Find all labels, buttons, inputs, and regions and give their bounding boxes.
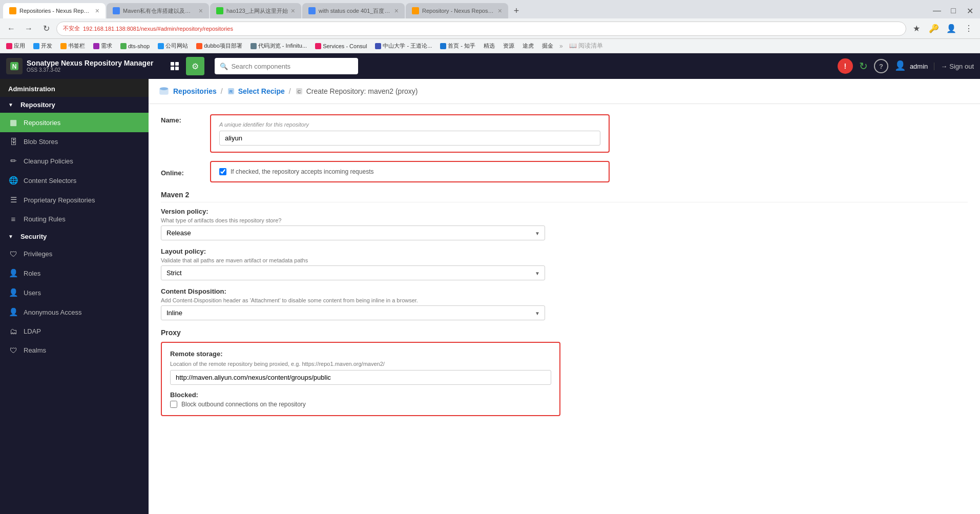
sidebar-item-cleanup-policies[interactable]: ✏ Cleanup Policies xyxy=(0,151,149,171)
new-tab-button[interactable]: + xyxy=(509,4,524,18)
layout-policy-group: Layout policy: Validate that all paths a… xyxy=(161,248,968,280)
bookmark-company[interactable]: 公司网站 xyxy=(156,41,190,51)
remote-storage-label: Remote storage: xyxy=(170,350,551,358)
maximize-button[interactable]: □ xyxy=(946,4,961,18)
breadcrumb-repositories-link[interactable]: Repositories xyxy=(173,87,217,95)
tab-401[interactable]: with status code 401_百度搜索 × xyxy=(302,3,405,18)
extensions-button[interactable]: 🔑 xyxy=(927,22,941,36)
remote-storage-input[interactable] xyxy=(170,370,551,385)
forward-button[interactable]: → xyxy=(22,22,36,36)
tab-repo2[interactable]: Repository - Nexus Repository... × xyxy=(406,3,508,18)
bookmark-tuhu[interactable]: 途虎 xyxy=(520,41,536,51)
sidebar: Administration ▼ Repository ▦ Repositori… xyxy=(0,79,149,514)
tab-close-5[interactable]: × xyxy=(498,7,502,15)
bookmark-juejin[interactable]: 掘金 xyxy=(540,41,555,51)
refresh-button[interactable]: ↻ xyxy=(859,60,868,72)
sidebar-item-repositories[interactable]: ▦ Repositories xyxy=(0,113,149,132)
tab-close-3[interactable]: × xyxy=(291,7,295,15)
sidebar-item-proprietary-repos[interactable]: ☰ Proprietary Repositories xyxy=(0,190,149,210)
menu-button[interactable]: ⋮ xyxy=(962,22,976,36)
breadcrumb-sep-2: / xyxy=(289,87,291,95)
bookmark-code[interactable]: 代码浏览 - Infinitu... xyxy=(248,41,309,51)
bookmark-dev-label: 开发 xyxy=(41,42,52,50)
bookmark-code-icon xyxy=(251,43,257,49)
security-icon: 不安全 xyxy=(63,25,80,32)
profile-button[interactable]: 👤 xyxy=(944,22,958,36)
bookmark-consul[interactable]: Services - Consul xyxy=(313,42,369,50)
bookmark-bookmarks-label: 书签栏 xyxy=(68,42,85,50)
tab-title-3: hao123_上网从这里开始 xyxy=(226,7,288,15)
minimize-button[interactable]: — xyxy=(930,4,944,18)
bookmark-dts[interactable]: dts-shop xyxy=(118,42,152,50)
close-window-button[interactable]: ✕ xyxy=(963,4,977,18)
bookmark-star-button[interactable]: ★ xyxy=(909,22,924,36)
bookmark-zhihu-icon xyxy=(440,43,446,49)
browse-button[interactable] xyxy=(165,57,184,75)
online-label: Online: xyxy=(161,167,202,177)
tab-close-2[interactable]: × xyxy=(199,7,203,15)
signout-button[interactable]: → Sign out xyxy=(934,63,974,70)
top-right: ! ↻ ? 👤 admin → Sign out xyxy=(838,58,974,74)
tab-hao123[interactable]: hao123_上网从这里开始 × xyxy=(210,3,301,18)
name-input[interactable] xyxy=(219,131,600,146)
sidebar-icon-cleanup: ✏ xyxy=(8,156,18,166)
tab-close-1[interactable]: × xyxy=(95,7,99,15)
layout-policy-select[interactable]: Strict Permissive xyxy=(161,265,545,280)
content-disposition-select[interactable]: Inline Attachment xyxy=(161,305,545,320)
tab-repositories[interactable]: Repositories - Nexus Reposito... × xyxy=(3,3,106,18)
sidebar-section-repository[interactable]: ▼ Repository xyxy=(0,97,149,113)
bookmark-dev[interactable]: 开发 xyxy=(31,41,54,51)
bookmarks-more[interactable]: » xyxy=(559,43,563,50)
bookmark-needs[interactable]: 需求 xyxy=(91,41,114,51)
version-policy-select[interactable]: Release Snapshot Mixed xyxy=(161,225,545,240)
bookmarks-reader[interactable]: 📖 阅读清单 xyxy=(569,42,603,50)
sidebar-item-anonymous-access[interactable]: 👤 Anonymous Access xyxy=(0,302,149,322)
tab-title-2: Maven私有仓库搭建以及使用 -... xyxy=(123,7,196,15)
notification-button[interactable]: ! xyxy=(838,58,853,74)
breadcrumb-recipe-icon: R xyxy=(227,87,235,95)
back-button[interactable]: ← xyxy=(4,22,18,36)
sidebar-icon-ldap: 🗂 xyxy=(8,327,18,336)
online-box: If checked, the repository accepts incom… xyxy=(210,161,610,182)
version-policy-label: Version policy: xyxy=(161,208,968,215)
reload-button[interactable]: ↻ xyxy=(39,22,53,36)
breadcrumb-repo-icon xyxy=(159,86,169,96)
sidebar-item-privileges[interactable]: 🛡 Privileges xyxy=(0,244,149,263)
search-input[interactable] xyxy=(231,63,353,70)
bookmark-dev-icon xyxy=(33,43,39,49)
help-button[interactable]: ? xyxy=(874,59,888,73)
user-area[interactable]: 👤 admin xyxy=(894,60,928,72)
sidebar-item-blob-stores[interactable]: 🗄 Blob Stores xyxy=(0,132,149,151)
sidebar-label-anonymous: Anonymous Access xyxy=(24,309,81,316)
bookmark-featured[interactable]: 精选 xyxy=(482,41,497,51)
bookmark-dubbo[interactable]: dubbo项目部署 xyxy=(194,41,244,51)
bookmark-zhongshan[interactable]: 中山大学 - 王道论... xyxy=(373,41,434,51)
bookmark-zhihu[interactable]: 首页 - 知乎 xyxy=(438,41,477,51)
bookmark-bookmarks[interactable]: 书签栏 xyxy=(58,41,87,51)
tab-maven[interactable]: Maven私有仓库搭建以及使用 -... × xyxy=(107,3,209,18)
bookmark-company-icon xyxy=(158,43,164,49)
bookmark-apps[interactable]: 应用 xyxy=(4,41,27,51)
sidebar-section-security-label: Security xyxy=(20,233,47,240)
tab-title-1: Repositories - Nexus Reposito... xyxy=(19,8,92,14)
sidebar-item-routing-rules[interactable]: ≡ Routing Rules xyxy=(0,210,149,229)
logo-text: Sonatype Nexus Repository Manager OSS 3.… xyxy=(27,59,153,74)
admin-button[interactable]: ⚙ xyxy=(186,57,204,75)
breadcrumb-select-recipe-link[interactable]: Select Recipe xyxy=(238,87,285,95)
bookmark-dubbo-label: dubbo项目部署 xyxy=(204,42,242,50)
blocked-checkbox[interactable] xyxy=(170,401,177,408)
sidebar-item-users[interactable]: 👤 Users xyxy=(0,283,149,302)
address-bar[interactable]: 不安全 192.168.181.138:8081/nexus/#admin/re… xyxy=(56,22,906,36)
top-icons: ⚙ xyxy=(165,57,204,75)
online-checkbox[interactable] xyxy=(219,168,226,175)
bookmark-resources[interactable]: 资源 xyxy=(501,41,516,51)
sidebar-item-content-selectors[interactable]: 🌐 Content Selectors xyxy=(0,171,149,190)
sidebar-section-security[interactable]: ▼ Security xyxy=(0,229,149,244)
search-bar[interactable]: 🔍 xyxy=(215,58,358,74)
version-policy-hint: What type of artifacts does this reposit… xyxy=(161,217,968,223)
sidebar-item-roles[interactable]: 👤 Roles xyxy=(0,263,149,283)
sidebar-item-ldap[interactable]: 🗂 LDAP xyxy=(0,322,149,341)
tab-close-4[interactable]: × xyxy=(394,7,399,15)
breadcrumb-select-recipe: R Select Recipe xyxy=(227,87,285,95)
sidebar-item-realms[interactable]: 🛡 Realms xyxy=(0,341,149,360)
